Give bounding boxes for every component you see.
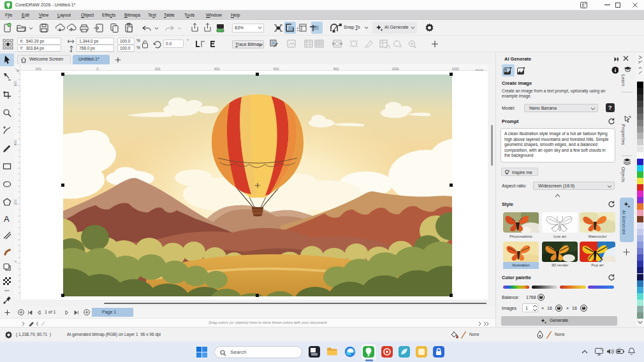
svg-text:A: A — [4, 214, 10, 223]
svg-text:0: 0 — [14, 260, 17, 262]
svg-text:400: 400 — [14, 140, 17, 146]
svg-text:200: 200 — [14, 199, 17, 205]
svg-text:600: 600 — [14, 81, 17, 87]
